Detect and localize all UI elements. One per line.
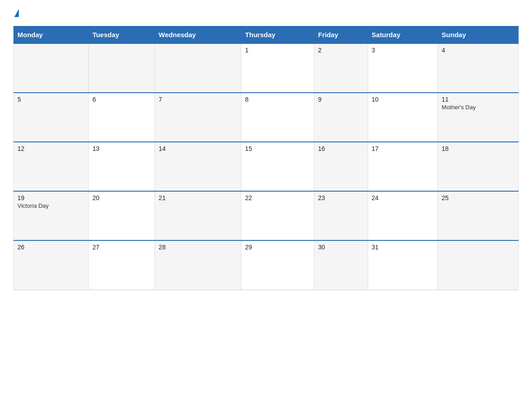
day-number: 10 [372, 96, 434, 103]
day-number: 19 [17, 194, 85, 201]
calendar-cell: 10 [368, 93, 438, 142]
day-number: 13 [92, 145, 151, 152]
calendar-cell: 9 [314, 93, 368, 142]
calendar-cell: 26 [14, 240, 89, 290]
day-number: 3 [372, 47, 434, 54]
calendar-cell [155, 43, 241, 93]
day-number: 21 [159, 194, 237, 201]
calendar-cell: 14 [155, 142, 241, 191]
column-header-saturday: Saturday [368, 26, 438, 44]
day-number: 18 [442, 145, 515, 152]
day-number: 12 [17, 145, 85, 152]
calendar-week-row: 262728293031 [14, 240, 519, 290]
day-number: 26 [17, 244, 85, 251]
day-number: 29 [245, 244, 310, 251]
calendar-cell: 31 [368, 240, 438, 290]
calendar-cell: 6 [89, 93, 155, 142]
day-number: 20 [92, 194, 151, 201]
day-number: 31 [372, 244, 434, 251]
calendar-cell: 13 [89, 142, 155, 191]
calendar-cell: 17 [368, 142, 438, 191]
calendar-cell: 27 [89, 240, 155, 290]
day-number: 2 [318, 47, 364, 54]
calendar-cell: 3 [368, 43, 438, 93]
day-number: 17 [372, 145, 434, 152]
day-number: 1 [245, 47, 310, 54]
day-number: 25 [442, 194, 515, 201]
day-number: 27 [92, 244, 151, 251]
logo [13, 9, 19, 18]
column-header-thursday: Thursday [241, 26, 314, 44]
day-number: 30 [318, 244, 364, 251]
calendar-cell: 1 [241, 43, 314, 93]
calendar-week-row: 1234 [14, 43, 519, 93]
calendar-table: MondayTuesdayWednesdayThursdayFridaySatu… [13, 26, 519, 290]
day-number: 22 [245, 194, 310, 201]
calendar-week-row: 19Victoria Day202122232425 [14, 191, 519, 240]
day-number: 28 [159, 244, 237, 251]
calendar-cell: 15 [241, 142, 314, 191]
column-header-monday: Monday [14, 26, 89, 44]
calendar-cell: 11Mother's Day [438, 93, 519, 142]
calendar-cell: 20 [89, 191, 155, 240]
calendar-week-row: 12131415161718 [14, 142, 519, 191]
day-number: 9 [318, 96, 364, 103]
day-number: 23 [318, 194, 364, 201]
calendar-cell: 29 [241, 240, 314, 290]
column-header-tuesday: Tuesday [89, 26, 155, 44]
holiday-label: Mother's Day [442, 104, 515, 111]
calendar-cell: 21 [155, 191, 241, 240]
day-number: 7 [159, 96, 237, 103]
day-number: 16 [318, 145, 364, 152]
calendar-cell: 23 [314, 191, 368, 240]
calendar-cell: 28 [155, 240, 241, 290]
calendar-cell [438, 240, 519, 290]
calendar-cell: 30 [314, 240, 368, 290]
calendar-cell: 16 [314, 142, 368, 191]
day-number: 11 [442, 96, 515, 103]
day-number: 15 [245, 145, 310, 152]
day-number: 14 [159, 145, 237, 152]
calendar-cell: 4 [438, 43, 519, 93]
calendar-cell: 5 [14, 93, 89, 142]
calendar-cell: 24 [368, 191, 438, 240]
holiday-label: Victoria Day [17, 202, 85, 209]
logo-triangle-icon [14, 9, 19, 17]
column-header-wednesday: Wednesday [155, 26, 241, 44]
calendar-header-row: MondayTuesdayWednesdayThursdayFridaySatu… [14, 26, 519, 44]
calendar-cell: 25 [438, 191, 519, 240]
day-number: 4 [442, 47, 515, 54]
calendar-cell: 18 [438, 142, 519, 191]
calendar-cell: 12 [14, 142, 89, 191]
calendar-cell: 2 [314, 43, 368, 93]
calendar-cell: 22 [241, 191, 314, 240]
day-number: 8 [245, 96, 310, 103]
calendar-cell: 8 [241, 93, 314, 142]
day-number: 5 [17, 96, 85, 103]
column-header-sunday: Sunday [438, 26, 519, 44]
calendar-cell: 19Victoria Day [14, 191, 89, 240]
calendar-cell [89, 43, 155, 93]
calendar-cell [14, 43, 89, 93]
column-header-friday: Friday [314, 26, 368, 44]
day-number: 6 [92, 96, 151, 103]
day-number: 24 [372, 194, 434, 201]
calendar-cell: 7 [155, 93, 241, 142]
page-header [13, 9, 519, 18]
calendar-week-row: 567891011Mother's Day [14, 93, 519, 142]
